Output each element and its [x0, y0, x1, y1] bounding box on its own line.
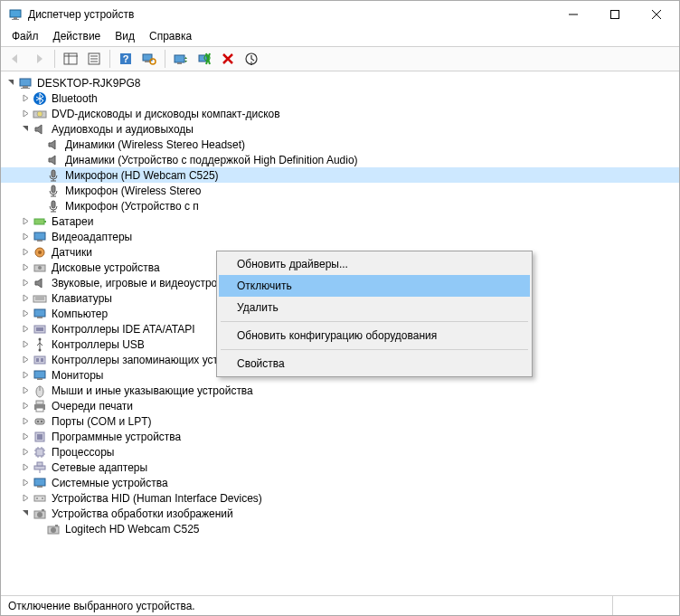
expander-icon[interactable] — [19, 308, 32, 320]
expander-icon[interactable] — [19, 108, 32, 120]
tree-node-label: Порты (COM и LPT) — [51, 415, 153, 428]
expander-icon[interactable] — [19, 338, 32, 351]
expander-icon[interactable] — [19, 123, 32, 136]
show-hide-tree-button[interactable] — [60, 49, 81, 69]
menu-view[interactable]: Вид — [108, 28, 142, 46]
tree-node-label: DESKTOP-RJK9PG8 — [36, 77, 141, 90]
svg-rect-1 — [14, 17, 17, 19]
expander-icon[interactable] — [19, 92, 32, 105]
svg-rect-74 — [37, 462, 42, 466]
tree-node-audio-mic-webcam[interactable]: Микрофон (HD Webcam C525) — [1, 167, 679, 183]
expander-icon[interactable] — [19, 354, 32, 366]
update-driver-button[interactable] — [170, 49, 192, 69]
titlebar[interactable]: Диспетчер устройств — [1, 1, 679, 28]
expander-icon[interactable] — [19, 369, 32, 382]
svg-rect-76 — [34, 479, 45, 486]
tree-node-audio[interactable]: Аудиовходы и аудиовыходы — [1, 121, 679, 137]
expander-icon[interactable] — [19, 477, 32, 489]
tree-node-print-queues[interactable]: Очереди печати — [1, 398, 679, 413]
svg-rect-20 — [177, 62, 182, 64]
minimize-button[interactable] — [552, 1, 594, 28]
tree-node-label: Устройства обработки изображений — [51, 507, 234, 520]
tree-node-audio-speakers-hd[interactable]: Динамики (Устройство с поддержкой High D… — [1, 152, 679, 167]
menu-action[interactable]: Действие — [46, 28, 109, 46]
tree-node-audio-speakers-wsh[interactable]: Динамики (Wireless Stereo Headset) — [1, 137, 679, 152]
tree-node-label: Аудиовходы и аудиовыходы — [51, 123, 194, 136]
tree-root[interactable]: DESKTOP-RJK9PG8 — [1, 75, 679, 90]
svg-rect-43 — [34, 309, 45, 317]
svg-rect-86 — [55, 525, 58, 526]
maximize-button[interactable] — [594, 1, 636, 28]
properties-button[interactable] — [83, 49, 105, 69]
svg-rect-25 — [21, 88, 30, 89]
sensor-icon — [33, 245, 47, 260]
expander-icon[interactable] — [19, 492, 32, 505]
app-icon — [8, 7, 23, 22]
expander-icon[interactable] — [19, 215, 32, 228]
tree-node-label: Bluetooth — [51, 92, 99, 105]
tree-node-processors[interactable]: Процессоры — [1, 444, 679, 460]
tree-node-hid[interactable]: Устройства HID (Human Interface Devices) — [1, 490, 679, 506]
context-menu-uninstall[interactable]: Удалить — [219, 297, 530, 318]
tree-node-label: Микрофон (Устройство с п — [64, 200, 200, 213]
tree-node-mice[interactable]: Мыши и иные указывающие устройства — [1, 383, 679, 398]
svg-rect-52 — [34, 371, 45, 378]
tree-node-label: Клавиатуры — [51, 292, 113, 305]
tree-node-system[interactable]: Системные устройства — [1, 475, 679, 490]
tree-node-label: Очереди печати — [51, 400, 134, 412]
expander-icon[interactable] — [19, 292, 32, 305]
context-menu-properties[interactable]: Свойства — [219, 353, 530, 374]
expander-icon[interactable] — [19, 446, 32, 459]
expander-icon[interactable] — [19, 384, 32, 397]
svg-rect-57 — [36, 401, 43, 404]
speaker-icon — [46, 153, 61, 167]
tree-node-ports[interactable]: Порты (COM и LPT) — [1, 413, 679, 429]
expander-icon[interactable] — [19, 461, 32, 474]
svg-rect-32 — [34, 219, 44, 224]
toolbar: ? — [1, 46, 679, 71]
expander-icon[interactable] — [19, 507, 32, 520]
disable-button[interactable] — [194, 49, 215, 69]
tree-node-audio-mic-hd[interactable]: Микрофон (Устройство с п — [1, 198, 679, 213]
svg-rect-30 — [52, 185, 55, 193]
help-button[interactable]: ? — [115, 49, 137, 69]
tree-node-label: Устройства HID (Human Interface Devices) — [51, 492, 263, 505]
expander-icon[interactable] — [19, 231, 32, 243]
expander-icon[interactable] — [19, 415, 32, 428]
bluetooth-icon — [33, 91, 47, 106]
tree-node-imaging-webcam[interactable]: Logitech HD Webcam C525 — [1, 521, 679, 536]
tree-node-software[interactable]: Программные устройства — [1, 429, 679, 444]
tree-node-dvd[interactable]: DVD-дисководы и дисководы компакт-дисков — [1, 106, 679, 121]
context-menu-update-drivers[interactable]: Обновить драйверы... — [219, 253, 530, 275]
expander-icon[interactable] — [19, 400, 32, 412]
svg-point-18 — [150, 59, 156, 64]
tree-node-network[interactable]: Сетевые адаптеры — [1, 460, 679, 475]
expander-icon[interactable] — [19, 323, 32, 336]
tree-node-imaging[interactable]: Устройства обработки изображений — [1, 506, 679, 521]
tree-node-display[interactable]: Видеоадаптеры — [1, 229, 679, 244]
tree-node-audio-mic-wsh[interactable]: Микрофон (Wireless Stereo — [1, 183, 679, 198]
context-menu-disable[interactable]: Отключить — [219, 275, 530, 297]
enable-button[interactable] — [241, 49, 262, 69]
svg-rect-44 — [37, 317, 42, 318]
statusbar: Отключение выбранного устройства. — [1, 595, 679, 615]
expander-icon[interactable] — [19, 246, 32, 259]
device-tree[interactable]: DESKTOP-RJK9PG8 Bluetooth DVD-дисководы … — [1, 71, 679, 595]
expander-icon[interactable] — [19, 261, 32, 274]
expander-icon[interactable] — [19, 431, 32, 443]
svg-rect-23 — [20, 79, 31, 86]
expander-icon[interactable] — [19, 277, 32, 289]
context-menu-scan[interactable]: Обновить конфигурацию оборудования — [219, 325, 530, 346]
uninstall-button[interactable] — [217, 49, 239, 69]
tree-node-batteries[interactable]: Батареи — [1, 213, 679, 229]
svg-rect-73 — [34, 466, 45, 469]
expander-icon[interactable] — [5, 77, 17, 90]
close-button[interactable] — [636, 1, 677, 28]
scan-hardware-button[interactable] — [138, 49, 160, 69]
menu-file[interactable]: Файл — [5, 28, 46, 46]
tree-node-bluetooth[interactable]: Bluetooth — [1, 90, 679, 106]
menu-help[interactable]: Справка — [142, 28, 199, 46]
hid-icon — [33, 491, 47, 506]
svg-point-82 — [37, 512, 42, 517]
svg-point-85 — [51, 527, 56, 533]
